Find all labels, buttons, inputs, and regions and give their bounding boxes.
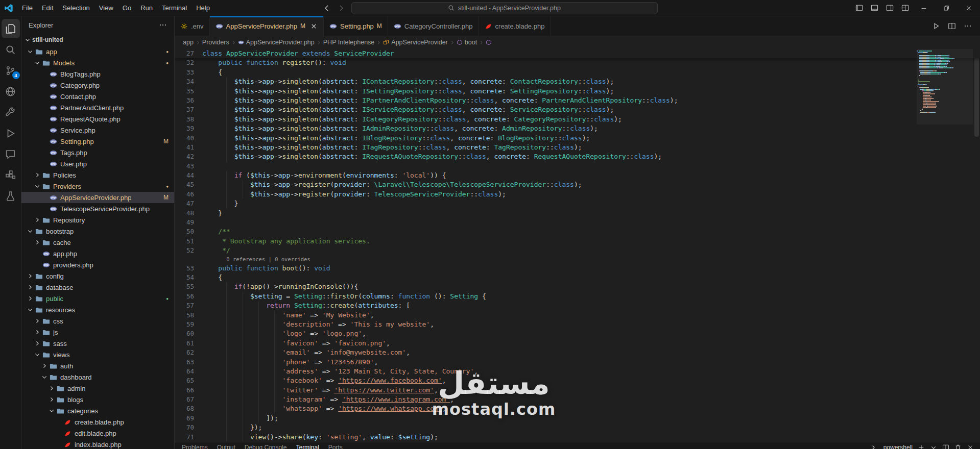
trash-icon[interactable] [954, 444, 962, 449]
tree-item-css[interactable]: css [21, 315, 174, 327]
tree-item-admin[interactable]: admin [21, 383, 174, 394]
plus-icon[interactable] [918, 444, 925, 449]
close-icon[interactable] [967, 444, 974, 449]
code-line-40[interactable]: 40 $this->app->singleton(abstract: IBlog… [175, 134, 980, 143]
code-line-61[interactable]: 61 'favicon' => 'favicon.png', [175, 339, 980, 348]
tree-item-js[interactable]: js [21, 327, 174, 338]
tree-item-Models[interactable]: Models● [21, 57, 174, 68]
chevron-down-icon[interactable] [930, 444, 937, 449]
activity-tools[interactable] [2, 103, 20, 122]
tree-item-Providers[interactable]: Providers● [21, 181, 174, 192]
codelens[interactable]: 0 references | 0 overrides [175, 256, 980, 264]
code-line-70[interactable]: 70 }); [175, 423, 980, 432]
breadcrumb-item-AppServiceProvider[interactable]: AppServiceProvider [383, 39, 447, 46]
activity-source-control[interactable]: 4 [2, 61, 20, 80]
tab-.env[interactable]: .env [175, 16, 210, 36]
code-line-56[interactable]: 56 $setting = Setting::firstOr(columns: … [175, 292, 980, 301]
tree-item-User.php[interactable]: phpUser.php [21, 158, 174, 169]
breadcrumb-item-symbol[interactable] [486, 39, 492, 45]
code-line-59[interactable]: 59 'description' => 'This is my website'… [175, 320, 980, 329]
menu-file[interactable]: File [17, 3, 37, 13]
tree-item-config[interactable]: config [21, 270, 174, 282]
run-icon[interactable] [932, 22, 940, 30]
code-line-69[interactable]: 69 ]); [175, 414, 980, 423]
panel-tab-debug-console[interactable]: Debug Console [245, 444, 287, 449]
maximize-icon[interactable] [935, 0, 958, 16]
code-line-42[interactable]: 42 $this->app->singleton(abstract: IRequ… [175, 152, 980, 161]
breadcrumb-item-Providers[interactable]: Providers [202, 39, 229, 46]
menu-run[interactable]: Run [136, 3, 157, 13]
workspace-section-header[interactable]: still-united [21, 34, 174, 46]
code-line-45[interactable]: 45 $this->app->register(provider: \Larav… [175, 180, 980, 189]
activity-search[interactable] [2, 40, 20, 59]
code-line-58[interactable]: 58 'name' => 'My Website', [175, 311, 980, 320]
split-editor-icon[interactable] [942, 444, 949, 449]
activity-explorer[interactable] [2, 19, 20, 38]
code-line-38[interactable]: 38 $this->app->singleton(abstract: ICate… [175, 115, 980, 124]
layout-panel-icon[interactable] [867, 1, 882, 16]
code-line-71[interactable]: 71 view()->share(key: 'setting', value: … [175, 433, 980, 442]
code-line-63[interactable]: 63 'phone' => '1234567890', [175, 358, 980, 367]
breadcrumb-item-AppServiceProvider.php[interactable]: phpAppServiceProvider.php [238, 39, 315, 46]
menu-help[interactable]: Help [192, 3, 214, 13]
code-line-65[interactable]: 65 'facebook' => 'https://www.facebook.c… [175, 376, 980, 385]
code-line-44[interactable]: 44 if ($this->app->environment(environme… [175, 171, 980, 180]
code-line-55[interactable]: 55 if(!app()->runningInConsole()){ [175, 282, 980, 291]
tree-item-Setting.php[interactable]: phpSetting.phpM [21, 136, 174, 147]
code-line-39[interactable]: 39 $this->app->singleton(abstract: IAdmi… [175, 124, 980, 133]
tree-item-Service.php[interactable]: phpService.php [21, 124, 174, 136]
code-editor[interactable]: 27class AppServiceProvider extends Servi… [175, 49, 980, 442]
code-line-53[interactable]: 53 public function boot(): void [175, 264, 980, 273]
tree-item-BlogTags.php[interactable]: phpBlogTags.php [21, 68, 174, 80]
code-line-27[interactable]: 27class AppServiceProvider extends Servi… [175, 49, 980, 58]
minimap[interactable] [917, 49, 973, 113]
code-line-33[interactable]: 33 { [175, 68, 980, 77]
code-line-68[interactable]: 68 'whatsapp' => 'https://www.whatsapp.c… [175, 404, 980, 413]
code-line-66[interactable]: 66 'twitter' => 'https://www.twitter.com… [175, 386, 980, 395]
code-line-34[interactable]: 34 $this->app->singleton(abstract: ICont… [175, 77, 980, 86]
tree-item-TelescopeServiceProvider.php[interactable]: phpTelescopeServiceProvider.php [21, 203, 174, 214]
split-editor-icon[interactable] [948, 22, 956, 30]
tree-item-Category.php[interactable]: phpCategory.php [21, 80, 174, 91]
code-line-60[interactable]: 60 'logo' => 'logo.png', [175, 329, 980, 338]
code-line-49[interactable]: 49 [175, 218, 980, 227]
code-line-67[interactable]: 67 'instagram' => 'https://www.instagram… [175, 395, 980, 404]
code-line-47[interactable]: 47 } [175, 199, 980, 208]
tree-item-app[interactable]: app● [21, 46, 174, 57]
code-line-62[interactable]: 62 'email' => 'info@mywebsite.com', [175, 348, 980, 357]
more-actions-icon[interactable] [159, 21, 167, 29]
code-line-64[interactable]: 64 'address' => '123 Main St, City, Stat… [175, 367, 980, 376]
code-line-46[interactable]: 46 $this->app->register(provider: Telesc… [175, 190, 980, 199]
code-line-50[interactable]: 50 /** [175, 227, 980, 236]
menu-go[interactable]: Go [118, 3, 136, 13]
close-icon[interactable] [310, 22, 318, 30]
scrollbar-thumb[interactable] [974, 50, 979, 137]
tree-item-Tags.php[interactable]: phpTags.php [21, 147, 174, 158]
code-line-48[interactable]: 48 } [175, 209, 980, 218]
tab-Setting.php[interactable]: phpSetting.phpM [324, 16, 388, 36]
activity-testing[interactable] [2, 186, 20, 206]
activity-extensions[interactable] [2, 165, 20, 185]
tab-AppServiceProvider.php[interactable]: phpAppServiceProvider.phpM [210, 16, 324, 36]
tree-item-resources[interactable]: resources [21, 304, 174, 315]
tree-item-database[interactable]: database [21, 282, 174, 293]
code-line-41[interactable]: 41 $this->app->singleton(abstract: ITagR… [175, 143, 980, 152]
tree-item-cache[interactable]: cache [21, 237, 174, 248]
panel-tab-output[interactable]: Output [217, 444, 235, 449]
close-icon[interactable] [958, 0, 980, 16]
breadcrumb-item-PHP Intelephense[interactable]: PHP Intelephense [323, 39, 375, 46]
breadcrumb-item-app[interactable]: app [183, 39, 194, 46]
tree-item-app.php[interactable]: phpapp.php [21, 248, 174, 259]
menu-edit[interactable]: Edit [37, 3, 58, 13]
code-line-36[interactable]: 36 $this->app->singleton(abstract: IPart… [175, 96, 980, 105]
tree-item-dashboard[interactable]: dashboard [21, 371, 174, 383]
tree-item-Policies[interactable]: Policies [21, 169, 174, 181]
tree-item-AppServiceProvider.php[interactable]: phpAppServiceProvider.phpM [21, 192, 174, 203]
tree-item-Contact.php[interactable]: phpContact.php [21, 91, 174, 102]
panel-tab-ports[interactable]: Ports [328, 444, 343, 449]
layout-sidebar-icon[interactable] [851, 1, 867, 16]
activity-remote-explorer[interactable] [2, 82, 20, 101]
panel-tab-problems[interactable]: Problems [182, 444, 208, 449]
tree-item-blogs[interactable]: blogs [21, 394, 174, 405]
tree-item-edit.blade.php[interactable]: edit.blade.php [21, 428, 174, 439]
